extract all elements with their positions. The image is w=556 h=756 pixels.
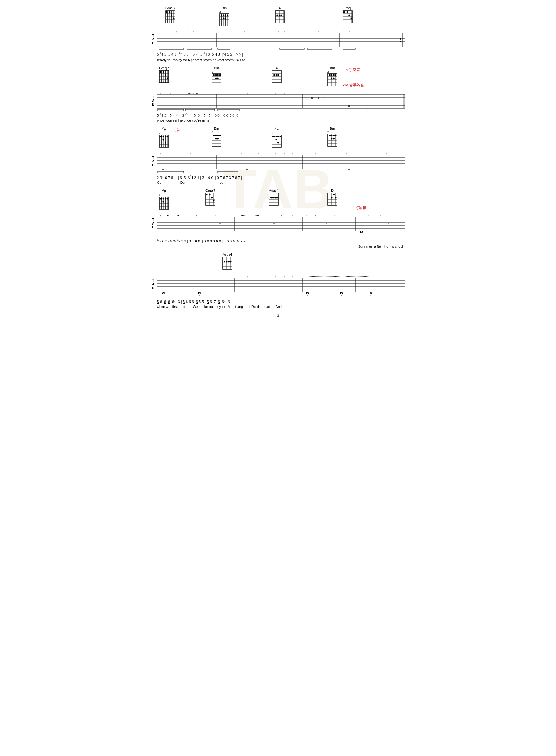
svg-point-9 [169,11,171,13]
svg-text:T: T [152,279,154,282]
svg-point-145 [277,74,279,76]
svg-point-328 [165,198,166,200]
chord-diagram [343,10,353,23]
svg-text:↑: ↑ [247,92,248,95]
svg-text:A: A [152,37,154,41]
svg-point-247 [277,136,279,137]
svg-text:0: 0 [324,96,325,100]
svg-point-117 [160,71,161,73]
svg-point-261 [333,135,335,137]
annotation-right-mute: P.M 右手闷音 [342,82,364,88]
svg-text:↑: ↑ [215,215,216,217]
chord-diagram: o o [275,10,285,23]
svg-point-340 [209,194,211,195]
svg-point-354 [276,197,278,199]
svg-point-50 [351,17,352,19]
annotation-snap: 打响指 [355,205,366,211]
svg-text:–: – [398,215,400,217]
svg-text:↓: ↓ [199,92,201,95]
chord-diagram [272,70,282,83]
svg-point-118 [163,71,164,73]
svg-point-421 [228,261,230,262]
svg-text:↓: ↓ [212,152,213,155]
tab-staff-2: T A B ↑ ↓ ↑ ↓ ↑ ↓ ↑ [151,92,405,111]
svg-point-232 [217,135,219,137]
svg-point-419 [224,261,225,262]
svg-text:↓: ↓ [275,152,276,155]
svg-rect-106 [307,48,332,49]
svg-text:↓: ↓ [284,31,285,33]
svg-text:↑: ↑ [324,31,325,33]
lyrics-row-5: when we first met We make out in your Mu… [157,305,405,309]
svg-text:B: B [152,286,154,290]
svg-text:↑: ↑ [170,92,171,95]
svg-text:↑: ↑ [284,92,285,95]
svg-point-326 [161,198,162,200]
chord-asus4-1: Asus4 [269,189,279,206]
notation-row-3: 2 3· 6 7 6 – | 6 5 3#4 3 4 | 3 – 0 0 | 0… [157,175,405,180]
svg-text:—: — [377,31,379,33]
lyrics-row-1: rea-dy for rea-dy for A per-fect storm p… [157,58,405,62]
svg-point-263 [331,138,333,140]
svg-text:B: B [152,103,154,106]
svg-point-23 [227,14,229,16]
svg-text:1: 1 [199,294,200,297]
svg-text:↓: ↓ [225,31,227,33]
svg-point-48 [347,11,348,13]
svg-text:.: . [232,40,233,43]
svg-text:0: 0 [373,168,374,171]
chord-diagram [212,73,221,86]
svg-rect-204 [218,109,239,111]
svg-text:↑: ↑ [205,152,207,155]
lyrics-text-3: Ooh Du du [157,181,223,184]
svg-point-245 [273,136,275,137]
chord-name: A [279,6,281,10]
svg-text:↓: ↓ [187,215,188,217]
svg-text:⊠: ⊠ [360,230,363,234]
chord-gmaj7-1: Gmaj7 [165,6,175,23]
svg-text:↑: ↑ [266,92,267,95]
section-5: Asus4 [151,253,405,309]
svg-text:↓: ↓ [171,31,173,33]
svg-point-47 [344,11,345,13]
svg-point-24 [223,17,224,19]
svg-text:↓: ↓ [232,31,233,33]
svg-text:↑: ↑ [187,31,188,33]
chord-asus4-2: Asus4 [222,253,232,269]
chord-diagram [219,13,229,26]
svg-text:↑: ↑ [175,152,176,155]
chord-bm-5: Bm 2 [327,127,337,147]
chord-f-sharp-3: #F 2 [159,189,169,210]
svg-point-353 [274,197,276,199]
svg-point-351 [270,197,272,199]
svg-text:↑: ↑ [176,31,177,33]
svg-text:↓: ↓ [175,92,177,95]
svg-point-143 [273,74,275,76]
tab-staff-1: T A B [151,30,405,50]
svg-point-132 [219,74,221,76]
svg-point-329 [167,198,168,200]
notation-text-1: 5 #4 3 5 4 3 |#4 5 3 – 0 7 | 5 #4 3 5 4 … [157,52,243,57]
svg-text:↓: ↓ [181,31,182,33]
svg-text:↑: ↑ [310,31,312,33]
svg-text:↑: ↑ [386,152,387,155]
svg-text:–: – [387,221,389,224]
svg-point-11 [173,17,175,19]
svg-text:A: A [152,282,154,286]
svg-text:↓: ↓ [167,152,168,155]
svg-text:↓: ↓ [331,31,332,33]
section-3: #F 2 [151,127,405,184]
svg-text:0: 0 [163,168,164,171]
svg-text:↓: ↓ [380,215,381,217]
svg-point-217 [163,136,164,137]
svg-text:↓: ↓ [165,92,167,95]
svg-text:–: – [176,282,178,285]
svg-point-120 [167,77,168,79]
svg-text:↓: ↓ [334,152,335,155]
svg-text:↓: ↓ [167,31,168,33]
svg-text:↑: ↑ [190,152,191,155]
lyrics-row-3: Ooh Du du [157,181,405,184]
svg-text:↓: ↓ [368,31,369,33]
svg-text:↓: ↓ [182,152,183,155]
svg-text:↑: ↑ [315,215,316,217]
